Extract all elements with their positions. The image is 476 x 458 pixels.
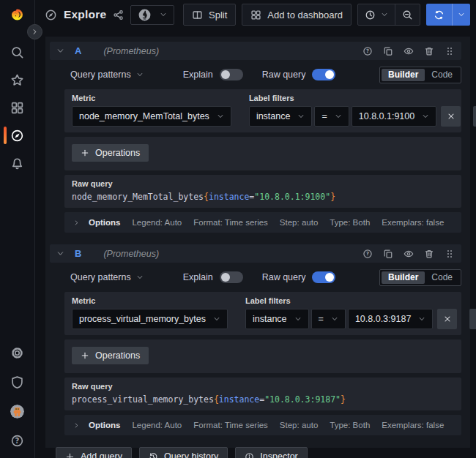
remove-filter-button[interactable] — [441, 106, 461, 127]
chevron-down-icon — [418, 315, 425, 323]
options-collapse[interactable]: Options Legend: Auto Format: Time series… — [64, 212, 461, 233]
query-row-b: B (Prometheus) ? Query patterns Explain — [50, 244, 461, 435]
query-header[interactable]: B (Prometheus) ? — [50, 244, 461, 263]
sidebar-item-help[interactable]: ? — [0, 432, 34, 449]
split-button[interactable]: Split — [183, 4, 236, 26]
add-filter-button[interactable] — [473, 106, 476, 127]
sidebar-item-profile[interactable] — [0, 402, 34, 420]
trash-icon[interactable] — [424, 249, 434, 259]
add-operation-button[interactable]: Operations — [72, 144, 149, 162]
option-step: Step: auto — [280, 218, 318, 227]
operations-section: Operations — [64, 339, 461, 373]
datasource-picker[interactable] — [130, 5, 174, 25]
metric-value: process_virtual_memory_bytes — [79, 314, 206, 324]
gear-icon — [10, 346, 24, 360]
builder-mode-option[interactable]: Builder — [382, 271, 425, 284]
add-filter-button[interactable] — [469, 309, 476, 329]
query-editor-toolbar: Query patterns Explain Raw query Builder — [70, 269, 461, 286]
chevron-down-icon — [294, 315, 302, 323]
time-picker-group — [357, 4, 420, 26]
plus-icon — [81, 149, 89, 157]
sidebar-item-dashboards[interactable] — [0, 99, 34, 116]
topbar-actions: Split Add to dashboard — [183, 4, 470, 26]
query-datasource-name: (Prometheus) — [103, 249, 159, 259]
time-range-button[interactable] — [358, 4, 395, 25]
chevron-down-icon — [136, 71, 144, 78]
grafana-logo-icon[interactable] — [7, 5, 27, 25]
apps-icon — [10, 101, 24, 115]
filter-key-select[interactable]: instance — [245, 309, 309, 329]
query-patterns-button[interactable]: Query patterns — [70, 70, 131, 80]
zoom-out-button[interactable] — [395, 4, 420, 25]
sidebar-expand-button[interactable] — [27, 24, 42, 40]
option-legend: Legend: Auto — [132, 218, 182, 227]
filter-key-value: instance — [253, 314, 287, 324]
sidebar-item-server-admin[interactable] — [0, 373, 34, 391]
metric-select[interactable]: node_memory_MemTotal_bytes — [72, 106, 231, 127]
compass-icon — [10, 129, 24, 143]
copy-query-icon[interactable] — [383, 249, 393, 259]
raw-query-label: Raw query — [262, 70, 306, 80]
raw-query-toggle[interactable] — [312, 69, 335, 80]
builder-mode-option[interactable]: Builder — [382, 69, 425, 81]
hide-query-icon[interactable] — [404, 249, 414, 259]
query-history-button[interactable]: Query history — [139, 447, 228, 458]
filter-key-select[interactable]: instance — [249, 106, 313, 127]
options-collapse[interactable]: Options Legend: Auto Format: Time series… — [64, 415, 461, 435]
sidebar-item-alerting[interactable] — [0, 154, 34, 172]
filter-operator-select[interactable]: = — [314, 106, 349, 127]
add-query-button[interactable]: Add query — [56, 447, 132, 458]
add-to-dashboard-button[interactable]: Add to dashboard — [242, 4, 352, 26]
query-patterns-button[interactable]: Query patterns — [70, 272, 131, 282]
sidebar-item-search[interactable] — [0, 43, 34, 61]
raw-query-toggle-group: Raw query — [262, 271, 336, 283]
option-format: Format: Time series — [193, 421, 268, 429]
option-format: Format: Time series — [193, 218, 268, 227]
inspector-button[interactable]: Inspector — [235, 447, 307, 458]
explain-toggle[interactable] — [220, 271, 243, 283]
option-type: Type: Both — [330, 421, 370, 429]
raw-query-section-label: Raw query — [72, 179, 454, 188]
collapse-toggle[interactable] — [56, 47, 64, 55]
sidebar-item-explore[interactable] — [0, 127, 34, 144]
clock-icon — [365, 10, 376, 20]
operations-label: Operations — [95, 350, 140, 361]
run-query-interval-button[interactable] — [452, 4, 470, 26]
hide-query-icon[interactable] — [404, 46, 414, 56]
filter-value-select[interactable]: 10.8.0.1:9100 — [352, 106, 436, 127]
metric-field: Metric node_memory_MemTotal_bytes — [72, 94, 231, 127]
add-operation-button[interactable]: Operations — [72, 347, 149, 364]
query-row-a: A (Prometheus) ? Query patterns Explain — [50, 42, 461, 233]
share-icon[interactable] — [113, 10, 124, 20]
code-string: "10.8.0.3:9187" — [264, 394, 341, 405]
bell-icon — [10, 157, 24, 170]
filter-operator-select[interactable]: = — [311, 309, 346, 329]
query-help-icon[interactable]: ? — [362, 46, 373, 56]
add-to-dashboard-label: Add to dashboard — [267, 10, 343, 20]
code-mode-option[interactable]: Code — [425, 69, 459, 81]
raw-query-code: node_memory_MemTotal_bytes{instance="10.… — [72, 192, 454, 202]
info-circle-icon — [245, 452, 254, 458]
metric-select[interactable]: process_virtual_memory_bytes — [72, 309, 228, 329]
sidebar-item-configuration[interactable] — [0, 344, 34, 361]
filter-operator-value: = — [319, 314, 324, 324]
copy-query-icon[interactable] — [383, 46, 393, 56]
chevron-down-icon — [297, 113, 305, 120]
sidebar-item-starred[interactable] — [0, 71, 34, 89]
trash-icon[interactable] — [424, 46, 434, 56]
raw-query-toggle[interactable] — [312, 271, 335, 283]
sidebar: ? — [0, 0, 35, 458]
run-query-split-button — [426, 4, 470, 26]
query-help-icon[interactable]: ? — [362, 249, 373, 259]
drag-handle-icon[interactable] — [445, 46, 455, 56]
run-query-button[interactable] — [426, 4, 452, 26]
filter-value-select[interactable]: 10.8.0.3:9187 — [348, 309, 433, 329]
question-circle-icon: ? — [10, 434, 24, 448]
drag-handle-icon[interactable] — [445, 249, 455, 259]
explain-toggle[interactable] — [220, 69, 243, 80]
code-mode-option[interactable]: Code — [425, 271, 459, 284]
remove-filter-button[interactable] — [437, 309, 457, 329]
query-header[interactable]: A (Prometheus) ? — [50, 42, 461, 60]
collapse-toggle[interactable] — [56, 249, 64, 258]
option-exemplars: Exemplars: false — [382, 421, 444, 429]
